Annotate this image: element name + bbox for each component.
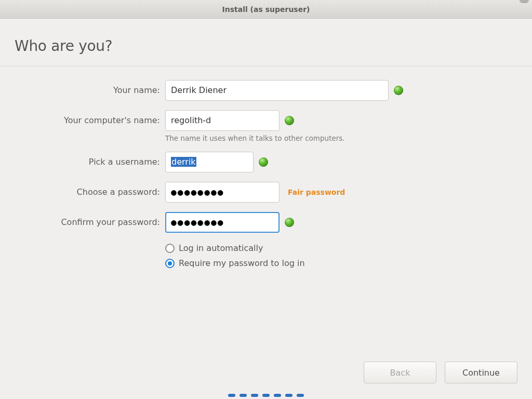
radio-auto-login-label: Log in automatically [179,243,263,253]
back-button-label: Back [390,368,410,378]
password-input-value: ●●●●●●●● [171,187,224,198]
back-button[interactable]: Back [364,362,436,383]
label-name: Your name: [15,80,160,95]
window-titlebar: Install (as superuser) [0,0,532,19]
row-confirm: ●●●●●●●● [165,212,517,233]
button-bar: Back Continue [15,362,517,394]
page: Who are you? Your name: Derrik Diener Yo… [0,19,532,399]
progress-dot [251,394,258,397]
progress-indicator [15,394,517,399]
progress-dot [297,394,304,397]
name-input-value: Derrik Diener [171,85,227,95]
check-icon [259,157,268,167]
username-input-value: derrik [171,157,196,167]
login-options: Log in automatically Require my password… [165,242,517,268]
progress-dot [240,394,247,397]
name-input[interactable]: Derrik Diener [165,80,389,101]
password-input[interactable]: ●●●●●●●● [165,182,280,203]
check-icon [285,116,294,125]
confirm-password-input-value: ●●●●●●●● [171,217,224,228]
divider [0,66,532,66]
progress-dot [228,394,235,397]
label-username: Pick a username: [15,152,160,167]
username-input[interactable]: derrik [165,152,254,172]
confirm-password-input[interactable]: ●●●●●●●● [165,212,280,233]
row-hostname: regolith-d The name it uses when it talk… [165,110,517,142]
radio-icon [165,244,175,253]
radio-icon [165,259,175,268]
radio-require-password[interactable]: Require my password to log in [165,258,517,268]
hostname-input-value: regolith-d [171,115,211,125]
row-username: derrik [165,152,517,172]
progress-dot [274,394,281,397]
continue-button-label: Continue [462,368,500,378]
check-icon [394,86,403,95]
label-hostname: Your computer's name: [15,110,160,125]
label-confirm: Confirm your password: [15,212,160,227]
user-form: Your name: Derrik Diener Your computer's… [15,80,517,268]
progress-dot [285,394,292,397]
label-password: Choose a password: [15,182,160,197]
window-title: Install (as superuser) [222,5,310,14]
hostname-hint: The name it uses when it talks to other … [165,134,517,142]
password-strength: Fair password [288,188,345,196]
continue-button[interactable]: Continue [445,362,517,383]
radio-require-password-label: Require my password to log in [179,258,305,268]
page-title: Who are you? [15,37,517,55]
row-password: ●●●●●●●● Fair password [165,182,517,203]
progress-dot [262,394,270,397]
row-name: Derrik Diener [165,80,517,101]
radio-auto-login[interactable]: Log in automatically [165,243,517,253]
hostname-input[interactable]: regolith-d [165,110,280,131]
window-corner-decor [520,0,529,3]
check-icon [285,218,294,227]
